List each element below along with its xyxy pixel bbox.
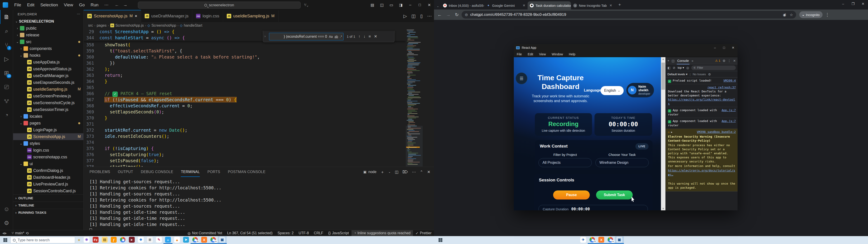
tree-item-confirmdialog-js[interactable]: JSConfirmDialog.js (13, 167, 84, 174)
run-debug-icon[interactable]: ▷ (0, 52, 13, 66)
new-terminal-icon[interactable]: ＋ (380, 170, 384, 175)
language-mode[interactable]: {}JavaScript (326, 231, 351, 235)
chrome-profile-2-icon[interactable]: ● (209, 236, 218, 244)
menu-toggle-button[interactable]: ☰ (516, 72, 527, 84)
new-tab-icon[interactable]: ＋ (618, 2, 622, 7)
editor-layout-icon[interactable]: ▯ (420, 13, 423, 19)
app-menu-file[interactable]: File (514, 53, 525, 56)
app-menu-edit[interactable]: Edit (525, 53, 536, 56)
more-actions-icon[interactable]: ⋯ (427, 13, 432, 19)
console-messages[interactable]: VM399:4✓Preload script loaded!react refr… (666, 78, 738, 210)
match-case-button[interactable]: Aa (329, 35, 333, 38)
tree-item-usescreenpreview-js[interactable]: JSuseScreenPreview.js (13, 93, 84, 99)
app-menu-window[interactable]: Window (549, 53, 566, 56)
split-editor-icon[interactable]: ◫ (411, 13, 416, 19)
restore-button[interactable]: □ (415, 3, 425, 7)
filezilla-icon[interactable]: Fz (91, 236, 100, 244)
taskbar-search[interactable]: Type here to search (10, 237, 75, 243)
start-button[interactable] (0, 236, 10, 244)
project-filter-select[interactable]: All Projects (538, 158, 592, 167)
tree-item-sessioncontrolscard-js[interactable]: JSSessionControlsCard.js (13, 187, 84, 194)
postman-icon[interactable]: 🜉 (0, 94, 13, 108)
site-settings-icon[interactable]: ⊜ (465, 12, 468, 17)
source-link[interactable]: App.js:7 (721, 119, 736, 123)
inspect-element-icon[interactable]: ⌖ (668, 59, 669, 63)
copilot-status[interactable]: ◔Inline suggestions quota reached (351, 230, 413, 236)
omnibox[interactable]: ⊜ chatgpt.com/c/69452739-4778-8328-9bc0-… (462, 11, 796, 19)
menu-view[interactable]: View (61, 2, 76, 8)
browser-tab-chatgpt[interactable]: ❋Task duration calculation✕ (528, 1, 571, 9)
clear-console-icon[interactable]: ⊘ (673, 66, 675, 69)
tree-item-dashboardheader-js[interactable]: JSDashboardHeader.js (13, 174, 84, 181)
command-center-search[interactable]: screenelectron (138, 2, 301, 8)
panel-tab-output[interactable]: OUTPUT (118, 170, 133, 174)
bookmark-icon[interactable]: ☆ (790, 13, 793, 17)
console-message-warn[interactable]: VM398 sandbox bundle:2⚠▶Electron Securit… (666, 129, 738, 191)
panel-more-icon[interactable]: ⋯ (412, 170, 416, 175)
cursor-position[interactable]: Ln 367, Col 54 (51 selected) (225, 231, 275, 235)
chrome-profile-s-icon[interactable]: S (588, 236, 597, 244)
xampp-icon[interactable]: X (199, 236, 209, 244)
browser-tab-gmail[interactable]: MInbox (4,033) - asiful35-2961@✕ (441, 1, 484, 9)
minimap[interactable] (406, 29, 423, 167)
chrome-profile-s-icon[interactable]: S (191, 236, 199, 244)
context-selector[interactable]: top ▾ (678, 66, 684, 69)
devtools-link[interactable]: https://reactjs.org/link/react-devtools (668, 98, 735, 105)
copilot-icon[interactable]: ❋ (82, 236, 91, 244)
taskpro-icon[interactable]: ▣ (218, 236, 227, 244)
more-tabs-icon[interactable]: » (692, 59, 693, 63)
tree-item-usescreenshotcycle-js[interactable]: JSuseScreenshotCycle.js (13, 99, 84, 106)
tree-item-components[interactable]: ›components (13, 45, 84, 52)
settings-gear-icon[interactable]: ⚙ (0, 216, 13, 230)
app-close-icon[interactable]: ✕ (728, 44, 738, 51)
menu-selection[interactable]: Selection (37, 2, 61, 8)
console-filter[interactable]: ⚟Filter (691, 65, 736, 70)
tree-item-useelapsedseconds-js[interactable]: JSuseElapsedSeconds.js (13, 79, 84, 86)
find-close-icon[interactable]: ✕ (374, 34, 377, 39)
tab-usedraftmanager-js[interactable]: JSuseDraftManager.js (141, 10, 192, 22)
codetime-icon[interactable]: ◔ (0, 108, 13, 122)
layout-customize-icon[interactable]: ▤ (368, 3, 377, 7)
chrome-close-icon[interactable]: ✕ (858, 0, 868, 8)
devtools-close-icon[interactable]: ✕ (733, 59, 736, 63)
section-timeline[interactable]: ›TIMELINE (13, 202, 84, 209)
forward-icon[interactable]: → (444, 12, 452, 18)
tree-item-release[interactable]: ›release (13, 32, 84, 38)
app-minimize-icon[interactable]: – (710, 44, 719, 51)
breadcrumb-item[interactable]: ◇ScreenshotApp (147, 24, 176, 28)
eol[interactable]: CRLF (311, 231, 326, 235)
tree-item-useappdata-js[interactable]: JSuseAppData.js (13, 59, 84, 65)
source-control-icon[interactable]: ⑂2 (0, 38, 13, 52)
xampp-icon[interactable]: X (597, 236, 606, 244)
section-outline[interactable]: ›OUTLINE (13, 194, 84, 202)
tree-item-screenshotapp-css[interactable]: cssscreenshotapp.css (13, 154, 84, 160)
nav-back-icon[interactable]: ← (115, 2, 119, 7)
indentation[interactable]: Spaces: 2 (275, 231, 296, 235)
tree-item-src[interactable]: ⌄src (13, 38, 84, 45)
tree-item-hooks[interactable]: ⌄hooks (13, 52, 84, 59)
file-explorer-icon[interactable]: ▤ (100, 236, 109, 244)
remote-explorer-icon[interactable]: ⎚ (0, 80, 13, 94)
panel-tab-ports[interactable]: PORTS (208, 170, 220, 174)
app-menu-view[interactable]: View (536, 53, 549, 56)
pinned-app-icon[interactable]: ✈ (579, 236, 588, 244)
remote-indicator[interactable]: ⪡⪢ (0, 231, 9, 235)
device-toolbar-icon[interactable]: ◫ (672, 59, 675, 63)
minimize-button[interactable]: – (405, 3, 415, 7)
tree-item-ui[interactable]: ⌄ui (13, 160, 84, 167)
source-link[interactable]: VM398 sandbox bundle:2 (697, 130, 736, 134)
console-message-info[interactable]: react refresh:37Download the React DevTo… (666, 84, 738, 107)
browser-tab-gemini[interactable]: ✦Google Gemini✕ (484, 1, 528, 9)
find-in-selection-icon[interactable]: ≡ (369, 34, 371, 39)
user-chip[interactable]: N Naim sheikhdeveloper (626, 83, 654, 97)
browser-tab-incognito[interactable]: ◒New Incognito Tab✕ (571, 1, 614, 9)
tab-search-icon[interactable]: ⌄ (437, 4, 439, 8)
encoding[interactable]: UTF-8 (296, 231, 311, 235)
terminal-output[interactable]: [1] Handling get-sources request... [1] … (90, 179, 430, 230)
taskpro-icon[interactable]: ▣ (615, 236, 624, 244)
chrome-menu-icon[interactable]: ⋮ (824, 12, 831, 18)
vscode-icon[interactable]: ‹› (163, 236, 173, 244)
search-highlights-icon[interactable]: ✦ (77, 238, 81, 243)
extensions-icon[interactable]: ⊞13 (0, 66, 13, 80)
app-menu-help[interactable]: Help (566, 53, 579, 56)
